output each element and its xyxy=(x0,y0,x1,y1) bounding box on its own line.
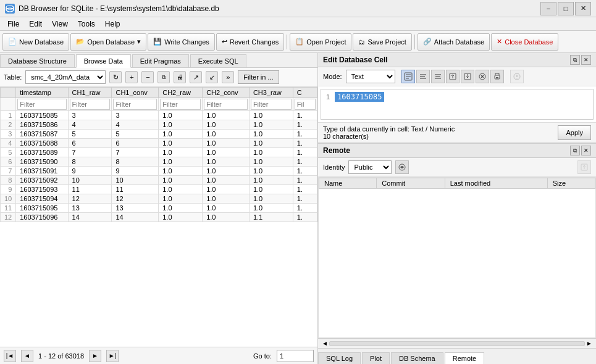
mode-select[interactable]: Text Binary Null xyxy=(346,70,395,83)
cell-ch1conv[interactable]: 13 xyxy=(112,204,159,213)
close-button[interactable]: ✕ xyxy=(575,2,591,15)
cell-ch3raw[interactable]: 1.0 xyxy=(249,204,293,213)
cell-ch2conv[interactable]: 1.0 xyxy=(203,139,250,148)
remote-horizontal-scrollbar[interactable]: ◄ ► xyxy=(318,338,596,348)
scroll-track[interactable] xyxy=(329,341,585,346)
tab-sql-log[interactable]: SQL Log xyxy=(318,352,361,364)
export-icon[interactable]: ↗ xyxy=(190,71,202,83)
scroll-right-icon[interactable]: ► xyxy=(585,340,594,347)
cell-timestamp[interactable]: 1603715089 xyxy=(16,148,68,157)
revert-changes-button[interactable]: ↩ Revert Changes xyxy=(216,33,285,51)
menu-file[interactable]: File xyxy=(2,19,24,30)
cell-timestamp[interactable]: 1603715092 xyxy=(16,176,68,185)
cell-ch2conv[interactable]: 1.0 xyxy=(203,167,250,176)
open-project-button[interactable]: 📋 Open Project xyxy=(290,33,351,51)
cell-ch2conv[interactable]: 1.0 xyxy=(203,111,250,120)
remote-connect-button[interactable] xyxy=(395,160,409,174)
cell-timestamp[interactable]: 1603715096 xyxy=(16,213,68,222)
cell-ch1raw[interactable]: 13 xyxy=(68,204,112,213)
filter-input-ch1raw[interactable] xyxy=(70,99,111,110)
cell-ch3raw[interactable]: 1.0 xyxy=(249,194,293,204)
scroll-left-icon[interactable]: ◄ xyxy=(321,340,329,347)
table-row[interactable]: 12 1603715096 14 14 1.0 1.0 1.1 1. xyxy=(1,213,317,222)
cell-timestamp[interactable]: 1603715086 xyxy=(16,120,68,130)
col-header-ch2raw[interactable]: CH2_raw xyxy=(159,88,203,98)
attach-database-button[interactable]: 🔗 Attach Database xyxy=(418,33,490,51)
cell-c[interactable]: 1. xyxy=(293,157,317,167)
cell-c[interactable]: 1. xyxy=(293,120,317,130)
cell-ch1conv[interactable]: 9 xyxy=(112,167,159,176)
cell-ch1raw[interactable]: 14 xyxy=(68,213,112,222)
cell-ch1raw[interactable]: 5 xyxy=(68,130,112,139)
col-header-timestamp[interactable]: timestamp xyxy=(16,88,68,98)
mode-icon-print[interactable] xyxy=(490,70,504,83)
cell-ch2raw[interactable]: 1.0 xyxy=(159,111,203,120)
filter-input-ch3raw[interactable] xyxy=(251,99,292,110)
cell-ch2raw[interactable]: 1.0 xyxy=(159,120,203,130)
cell-ch1conv[interactable]: 7 xyxy=(112,148,159,157)
cell-ch3raw[interactable]: 1.0 xyxy=(249,111,293,120)
new-record-icon[interactable]: + xyxy=(125,71,138,83)
cell-ch1raw[interactable]: 8 xyxy=(68,157,112,167)
cell-ch1raw[interactable]: 6 xyxy=(68,139,112,148)
cell-ch2raw[interactable]: 1.0 xyxy=(159,194,203,204)
mode-icon-align-left[interactable] xyxy=(416,70,430,83)
cell-editor-close-button[interactable]: ✕ xyxy=(581,55,591,65)
cell-ch2conv[interactable]: 1.0 xyxy=(203,130,250,139)
cell-ch1conv[interactable]: 4 xyxy=(112,120,159,130)
cell-ch2conv[interactable]: 1.0 xyxy=(203,120,250,130)
cell-ch2conv[interactable]: 1.0 xyxy=(203,204,250,213)
cell-timestamp[interactable]: 1603715087 xyxy=(16,130,68,139)
cell-value[interactable]: 1603715085 xyxy=(335,92,384,102)
cell-ch1conv[interactable]: 8 xyxy=(112,157,159,167)
cell-ch1conv[interactable]: 3 xyxy=(112,111,159,120)
cell-ch1conv[interactable]: 6 xyxy=(112,139,159,148)
table-row[interactable]: 4 1603715088 6 6 1.0 1.0 1.0 1. xyxy=(1,139,317,148)
mode-icon-clear[interactable] xyxy=(476,70,489,83)
table-row[interactable]: 3 1603715087 5 5 1.0 1.0 1.0 1. xyxy=(1,130,317,139)
col-header-ch3raw[interactable]: CH3_raw xyxy=(249,88,293,98)
cell-c[interactable]: 1. xyxy=(293,176,317,185)
cell-ch2raw[interactable]: 1.0 xyxy=(159,130,203,139)
cell-ch3raw[interactable]: 1.0 xyxy=(249,157,293,167)
tab-db-schema[interactable]: DB Schema xyxy=(391,352,443,364)
filter-input-timestamp[interactable] xyxy=(17,99,66,110)
remote-col-name[interactable]: Name xyxy=(319,178,377,189)
mode-icon-import[interactable] xyxy=(461,70,474,83)
tab-browse-data[interactable]: Browse Data xyxy=(76,54,131,68)
cell-c[interactable]: 1. xyxy=(293,194,317,204)
table-row[interactable]: 2 1603715086 4 4 1.0 1.0 1.0 1. xyxy=(1,120,317,130)
goto-input[interactable] xyxy=(277,350,314,362)
first-page-button[interactable]: |◄ xyxy=(4,350,16,362)
cell-ch2raw[interactable]: 1.0 xyxy=(159,176,203,185)
col-header-ch1conv[interactable]: CH1_conv xyxy=(112,88,159,98)
remote-col-lastmodified[interactable]: Last modified xyxy=(445,178,547,189)
cell-ch3raw[interactable]: 1.0 xyxy=(249,130,293,139)
tab-remote[interactable]: Remote xyxy=(445,352,485,364)
last-page-button[interactable]: ►| xyxy=(106,350,119,362)
cell-ch2conv[interactable]: 1.0 xyxy=(203,213,250,222)
tab-execute-sql[interactable]: Execute SQL xyxy=(190,54,246,67)
col-header-ch2conv[interactable]: CH2_conv xyxy=(203,88,250,98)
remote-col-size[interactable]: Size xyxy=(547,178,595,189)
apply-button[interactable]: Apply xyxy=(558,125,591,140)
cell-ch2conv[interactable]: 1.0 xyxy=(203,194,250,204)
mode-icon-align-center[interactable] xyxy=(431,70,445,83)
cell-ch1conv[interactable]: 14 xyxy=(112,213,159,222)
cell-c[interactable]: 1. xyxy=(293,139,317,148)
cell-ch1raw[interactable]: 11 xyxy=(68,185,112,194)
save-project-button[interactable]: 🗂 Save Project xyxy=(353,33,411,51)
cell-ch1conv[interactable]: 11 xyxy=(112,185,159,194)
cell-ch2raw[interactable]: 1.0 xyxy=(159,185,203,194)
cell-ch2conv[interactable]: 1.0 xyxy=(203,148,250,157)
table-row[interactable]: 11 1603715095 13 13 1.0 1.0 1.0 1. xyxy=(1,204,317,213)
cell-ch2raw[interactable]: 1.0 xyxy=(159,213,203,222)
remote-undock-button[interactable]: ⧉ xyxy=(570,146,580,155)
more-icon[interactable]: » xyxy=(222,71,234,83)
import-icon[interactable]: ↙ xyxy=(206,71,218,83)
tab-edit-pragmas[interactable]: Edit Pragmas xyxy=(132,54,189,67)
menu-tools[interactable]: Tools xyxy=(73,19,100,30)
cell-timestamp[interactable]: 1603715091 xyxy=(16,167,68,176)
cell-ch1raw[interactable]: 12 xyxy=(68,194,112,204)
table-row[interactable]: 10 1603715094 12 12 1.0 1.0 1.0 1. xyxy=(1,194,317,204)
